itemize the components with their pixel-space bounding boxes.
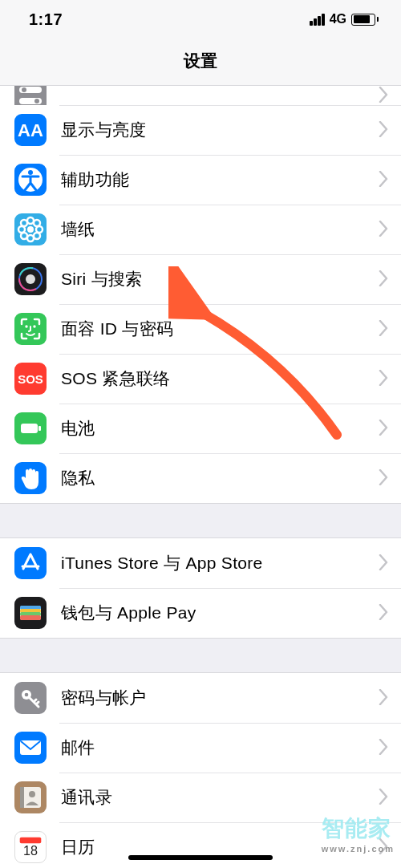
row-label: iTunes Store 与 App Store [61,552,379,574]
chevron-right-icon [379,786,401,809]
row-label: 辅助功能 [61,168,379,191]
settings-row-faceid[interactable]: 面容 ID 与密码 [0,304,401,354]
row-label: 电池 [61,417,379,440]
settings-row-passwords[interactable]: 密码与帐户 [0,673,401,723]
chevron-right-icon [379,86,401,105]
settings-row-siri[interactable]: Siri 与搜索 [0,254,401,304]
settings-row-wallpaper[interactable]: 墙纸 [0,205,401,254]
chevron-right-icon [379,602,401,624]
watermark: 智能家 www.znj.com [322,813,395,854]
appstore-icon [14,547,47,579]
chevron-right-icon [379,268,401,290]
chevron-right-icon [379,736,401,759]
settings-row-battery[interactable]: 电池 [0,404,401,453]
settings-row-wallet[interactable]: 钱包与 Apple Pay [0,588,401,638]
status-time: 1:17 [29,10,63,29]
signal-icon [310,14,325,26]
chevron-right-icon [379,168,401,191]
text-size-icon [14,114,47,146]
row-label: SOS 紧急联络 [61,367,379,390]
settings-row-itunes[interactable]: iTunes Store 与 App Store [0,538,401,588]
chevron-right-icon [379,687,401,709]
settings-row-display[interactable]: 显示与亮度 [0,105,401,155]
battery-icon [351,14,379,26]
row-label: 钱包与 Apple Pay [61,602,379,624]
accessibility-icon [14,164,47,196]
siri-icon [14,263,47,295]
row-label: 面容 ID 与密码 [61,318,379,340]
settings-row-privacy[interactable]: 隐私 [0,453,401,503]
hand-icon [14,462,47,494]
mail-icon [14,732,47,764]
battery-icon [14,412,47,444]
row-label: 墙纸 [61,218,379,241]
chevron-right-icon [379,318,401,340]
settings-row-mail[interactable]: 邮件 [0,723,401,773]
chevron-right-icon [379,119,401,141]
toggles-icon [14,86,47,105]
row-label: 隐私 [61,467,379,489]
row-label: 通讯录 [61,786,379,809]
chevron-right-icon [379,552,401,574]
flower-icon [14,213,47,245]
row-label: 密码与帐户 [61,687,379,709]
status-bar: 1:17 4G [0,0,401,39]
group-separator [0,503,401,538]
settings-row-accessibility[interactable]: 辅助功能 [0,155,401,205]
faceid-icon [14,313,47,345]
key-icon [14,682,47,714]
row-label: 邮件 [61,736,379,759]
status-right: 4G [310,12,379,26]
sos-icon [14,363,47,395]
page-title: 设置 [0,39,401,86]
contacts-icon [14,781,47,813]
row-label: 显示与亮度 [61,119,379,141]
wallet-icon [14,597,47,629]
settings-row-sos[interactable]: SOS 紧急联络 [0,354,401,404]
home-indicator [128,855,273,860]
chevron-right-icon [379,367,401,390]
settings-row-control-center[interactable] [0,86,401,105]
chevron-right-icon [379,467,401,489]
chevron-right-icon [379,417,401,440]
calendar-icon [14,831,47,863]
chevron-right-icon [379,218,401,241]
row-label: Siri 与搜索 [61,268,379,290]
network-label: 4G [330,12,346,26]
group-separator [0,638,401,673]
